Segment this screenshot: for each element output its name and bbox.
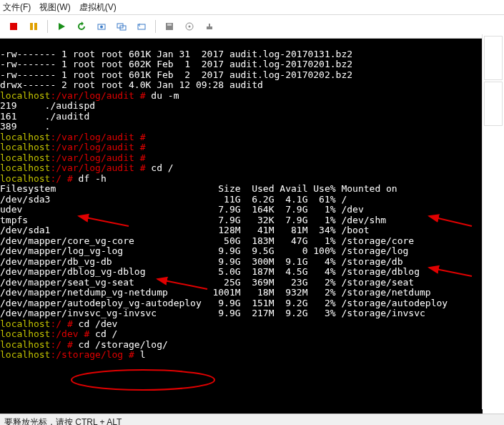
svg-rect-10 [167,24,172,26]
separator [47,20,48,33]
stop-button[interactable] [6,19,21,34]
side-block [484,36,503,80]
toolbar [0,15,504,39]
snapshot-manager-button[interactable] [114,19,129,34]
device-cd-icon[interactable] [182,19,197,34]
snapshot-revert-button[interactable] [134,19,149,34]
pause-button[interactable] [26,19,41,34]
svg-point-12 [189,26,191,28]
svg-rect-1 [30,23,33,30]
terminal[interactable]: -rw------- 1 root root 601K Jan 31 2017 … [0,39,483,414]
play-button[interactable] [54,19,69,34]
menu-view[interactable]: 视图(W) [39,1,70,14]
status-bar: 要释放光标，请按 CTRL + ALT [0,414,504,425]
device-network-icon[interactable] [202,19,217,34]
side-panel [482,34,504,409]
status-text: 要释放光标，请按 CTRL + ALT [4,416,122,426]
svg-rect-13 [207,26,212,29]
reload-button[interactable] [74,19,89,34]
menu-vm[interactable]: 虚拟机(V) [79,1,117,14]
svg-rect-14 [209,24,210,26]
menu-file[interactable]: 文件(F) [3,1,31,14]
separator [155,20,156,33]
svg-point-20 [71,370,214,390]
svg-rect-0 [10,23,17,30]
svg-marker-3 [59,23,65,30]
side-block [484,82,503,126]
terminal-output: -rw------- 1 root root 601K Jan 31 2017 … [0,49,483,361]
menu-bar: 文件(F) 视图(W) 虚拟机(V) [0,0,504,15]
snapshot-button[interactable] [94,19,109,34]
svg-point-5 [100,26,103,29]
device-floppy-icon[interactable] [162,19,177,34]
svg-rect-2 [34,23,37,30]
